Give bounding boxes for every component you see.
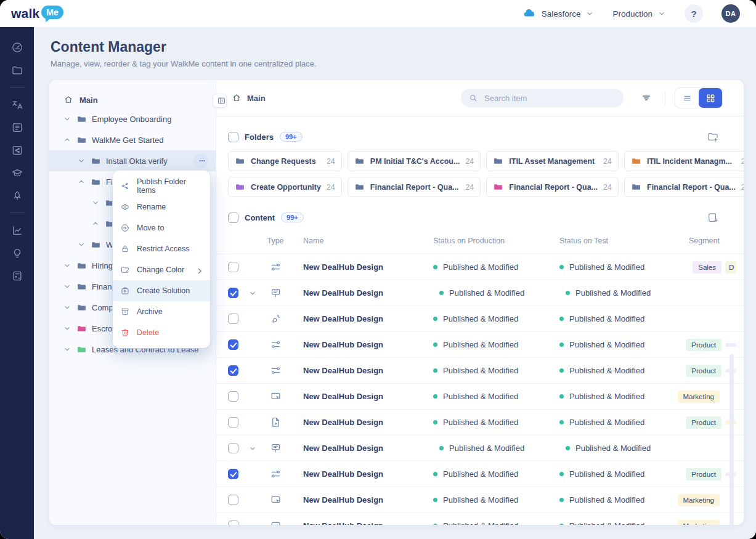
chevron-up-icon[interactable] [77, 177, 86, 186]
environment-selector[interactable]: Production [612, 9, 666, 18]
row-checkbox[interactable] [228, 314, 238, 324]
chevron-down-icon[interactable] [77, 240, 86, 249]
folder-card[interactable]: Change Requests24 [228, 151, 342, 171]
row-checkbox[interactable] [228, 469, 238, 479]
content-select-all-checkbox[interactable] [228, 213, 238, 223]
translate-icon[interactable] [6, 93, 29, 116]
tree-item-walkme-get-started[interactable]: WalkMe Get Started [49, 129, 216, 150]
insights-icon[interactable] [6, 219, 29, 241]
folder-card[interactable]: ITIL Incident Managm...24 [624, 151, 744, 171]
chevron-up-icon[interactable] [63, 136, 71, 144]
expand-chevron-icon[interactable] [248, 444, 257, 453]
status-production: Published & Modified [420, 288, 547, 298]
page-title: Content Manager [34, 27, 756, 55]
chevron-down-icon[interactable] [63, 303, 71, 312]
tree-item-install-okta-verify[interactable]: Install Okta verify [49, 150, 216, 171]
table-row[interactable]: New DealHub DesignPublished & ModifiedPu… [216, 384, 744, 410]
expand-chevron-icon[interactable] [248, 289, 257, 298]
tree-item-employee-onboarding[interactable]: Employee Onboarding [49, 108, 216, 129]
folders-icon[interactable] [6, 59, 29, 81]
search-box[interactable] [461, 89, 624, 107]
row-checkbox[interactable] [228, 288, 238, 298]
table-row[interactable]: New DealHub DesignPublished & ModifiedPu… [216, 487, 744, 513]
add-folder-button[interactable] [703, 130, 723, 144]
row-checkbox[interactable] [228, 391, 238, 402]
content-name[interactable]: New DealHub Design [291, 444, 420, 453]
table-row[interactable]: New DealHub DesignPublished & ModifiedPu… [216, 461, 744, 487]
menu-item-change-color[interactable]: Change Color [113, 259, 210, 280]
content-list-icon[interactable] [6, 116, 29, 139]
row-checkbox[interactable] [228, 495, 238, 505]
tree-root-main[interactable]: Main [49, 91, 216, 108]
chevron-down-icon[interactable] [77, 156, 86, 165]
content-name[interactable]: New DealHub Design [291, 366, 420, 375]
filter-button[interactable] [637, 92, 656, 104]
content-name[interactable]: New DealHub Design [291, 340, 420, 349]
content-share-icon[interactable] [6, 139, 29, 161]
menu-item-archive[interactable]: Archive [113, 301, 210, 322]
rocket-icon[interactable] [6, 184, 29, 207]
table-row[interactable]: New DealHub DesignPublished & ModifiedPu… [216, 306, 744, 332]
table-row[interactable]: New DealHub DesignPublished & ModifiedPu… [216, 436, 744, 461]
row-checkbox[interactable] [228, 521, 238, 525]
app-selector[interactable]: Salesforce [522, 6, 595, 21]
content-name[interactable]: New DealHub Design [291, 495, 420, 505]
folder-icon [354, 182, 365, 192]
table-row[interactable]: New DealHub DesignPublished & ModifiedPu… [216, 280, 744, 306]
search-input[interactable] [483, 93, 616, 103]
status-label: Published & Modified [569, 418, 644, 427]
menu-item-publish-folder-items[interactable]: Publish Folder Items [113, 176, 210, 197]
row-checkbox[interactable] [228, 339, 238, 350]
menu-item-delete[interactable]: Delete [113, 322, 210, 343]
content-name[interactable]: New DealHub Design [291, 262, 420, 272]
menu-item-rename[interactable]: Rename [113, 197, 210, 217]
grid-view-button[interactable] [699, 88, 722, 108]
table-row[interactable]: New DealHub DesignPublished & ModifiedPu… [216, 410, 744, 436]
chevron-down-icon[interactable] [63, 282, 71, 291]
folder-card[interactable]: PM Initial T&C's Accou...24 [348, 151, 481, 171]
learning-icon[interactable] [6, 161, 29, 184]
vertical-scrollbar[interactable] [730, 354, 734, 525]
chevron-down-icon[interactable] [91, 198, 100, 207]
folders-select-all-checkbox[interactable] [228, 132, 238, 142]
menu-item-create-solution[interactable]: Create Solution [113, 280, 210, 301]
chevron-down-icon[interactable] [63, 115, 71, 123]
menu-item-move-to[interactable]: Move to [113, 217, 210, 238]
more-actions-button[interactable] [193, 153, 208, 168]
collapse-panel-button[interactable] [213, 94, 227, 108]
help-button[interactable]: ? [685, 4, 703, 23]
calculator-icon[interactable] [6, 264, 29, 287]
row-checkbox[interactable] [228, 443, 238, 453]
add-content-button[interactable] [703, 211, 723, 224]
ideas-icon[interactable] [6, 241, 29, 264]
content-name[interactable]: New DealHub Design [291, 314, 420, 323]
folder-card[interactable]: Financial Report - Qua...24 [624, 177, 744, 197]
row-checkbox[interactable] [228, 365, 238, 376]
table-row[interactable]: New DealHub DesignPublished & ModifiedPu… [216, 254, 744, 280]
table-row[interactable]: New DealHub DesignPublished & ModifiedPu… [216, 332, 744, 358]
content-name[interactable]: New DealHub Design [291, 418, 420, 427]
chevron-up-icon[interactable] [91, 219, 100, 228]
folder-card[interactable]: Financial Report - Qua...24 [348, 177, 481, 197]
table-row[interactable]: New DealHub DesignPublished & ModifiedPu… [216, 358, 744, 384]
chevron-down-icon[interactable] [63, 345, 71, 354]
status-dot [559, 394, 564, 399]
dashboard-icon[interactable] [6, 36, 29, 59]
chevron-down-icon[interactable] [63, 324, 71, 333]
content-name[interactable]: New DealHub Design [291, 392, 420, 401]
walkme-logo[interactable]: walk Me [11, 6, 63, 22]
list-view-button[interactable] [675, 88, 699, 108]
content-name[interactable]: New DealHub Design [291, 288, 420, 298]
folder-card[interactable]: Create Opportunity24 [228, 177, 342, 197]
content-name[interactable]: New DealHub Design [291, 469, 420, 479]
table-row[interactable]: New DealHub DesignPublished & ModifiedPu… [216, 513, 744, 525]
folder-card[interactable]: Financial Report - Qua...24 [486, 177, 619, 197]
menu-item-restrict-access[interactable]: Restrict Access [113, 238, 210, 259]
row-checkbox[interactable] [228, 417, 238, 428]
row-checkbox[interactable] [228, 262, 238, 272]
content-name[interactable]: New DealHub Design [291, 521, 420, 525]
folder-card[interactable]: ITIL Asset Management24 [486, 151, 619, 171]
chevron-down-icon[interactable] [63, 261, 71, 270]
breadcrumb[interactable]: Main [232, 93, 266, 103]
avatar[interactable]: DA [721, 4, 740, 23]
